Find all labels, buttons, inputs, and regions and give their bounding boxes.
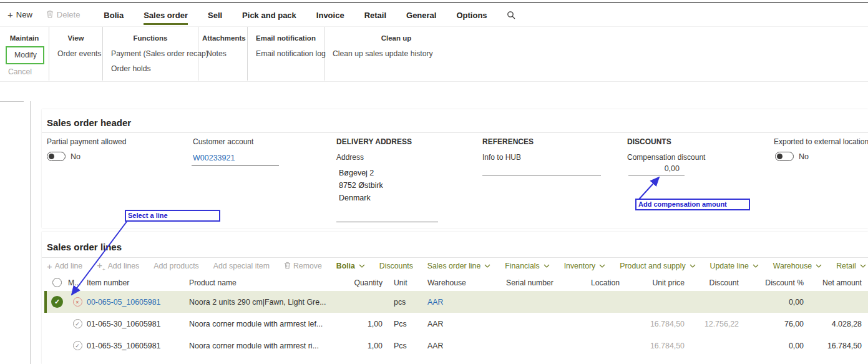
order-holds-button[interactable]: Order holds [111, 61, 198, 76]
product-name-cell: Noora 2 units 290 cm|Fawn, Light Gre... [189, 298, 346, 307]
retail-menu-button[interactable]: Retail [836, 262, 866, 270]
retail-menu-label: Retail [836, 262, 856, 270]
column-header-item-number[interactable]: Item number [87, 278, 189, 287]
tab-options[interactable]: Options [456, 4, 487, 25]
inventory-menu-label: Inventory [564, 262, 596, 270]
column-header-quantity[interactable]: Quantity [346, 278, 386, 287]
column-header-product-name[interactable]: Product name [189, 278, 346, 287]
column-header-serial-number[interactable]: Serial number [494, 278, 591, 287]
notes-button[interactable]: Notes [207, 46, 247, 61]
table-row[interactable]: ✓ 01-065-30_10605981 Noora corner module… [44, 313, 868, 335]
add-products-button[interactable]: Add products [154, 262, 198, 270]
warehouse-menu-button[interactable]: Warehouse [773, 262, 822, 270]
bolia-menu-button[interactable]: Bolia [336, 262, 365, 270]
exported-toggle[interactable]: No [775, 152, 809, 161]
customer-account-label: Customer account [193, 137, 253, 146]
unit-price-cell: 16.784,50 [624, 342, 688, 350]
toggle-pill[interactable] [47, 152, 66, 161]
table-row[interactable]: ✓ × 00-065-05_10605981 Noora 2 units 290… [44, 291, 868, 313]
item-number-cell[interactable]: 01-065-30_10605981 [87, 320, 189, 328]
tab-bolia[interactable]: Bolia [104, 4, 124, 25]
chevron-down-icon [544, 264, 550, 268]
toggle-pill[interactable] [775, 152, 794, 161]
address-line-1: Bøgevej 2 [339, 167, 383, 179]
unit-cell: Pcs [386, 320, 421, 328]
add-line-label: Add line [55, 262, 82, 270]
compensation-discount-field[interactable]: 0,00 [628, 164, 685, 175]
chevron-down-icon [860, 264, 866, 268]
row-selected-checkbox[interactable]: ✓ [51, 296, 63, 308]
tab-invoice[interactable]: Invoice [316, 4, 344, 25]
discounts-button[interactable]: Discounts [379, 262, 413, 270]
delete-button[interactable]: Delete [46, 10, 80, 20]
search-icon[interactable] [506, 10, 516, 20]
financials-menu-button[interactable]: Financials [505, 262, 549, 270]
update-line-menu-button[interactable]: Update line [710, 262, 759, 270]
product-name-cell: Noora corner module with armrest lef... [189, 320, 346, 328]
column-header-unit-price[interactable]: Unit price [624, 278, 688, 287]
inventory-menu-button[interactable]: Inventory [564, 262, 606, 270]
customer-account-link[interactable]: W00233921 [193, 154, 235, 162]
add-lines-label: Add lines [108, 262, 140, 270]
column-header-unit[interactable]: Unit [386, 278, 421, 287]
table-row[interactable]: ✓ 01-065-35_10605981 Noora corner module… [44, 335, 868, 357]
add-line-button[interactable]: + Add line [47, 262, 82, 271]
add-special-item-button[interactable]: Add special item [213, 262, 270, 270]
info-to-hub-field[interactable] [482, 165, 601, 175]
payment-sales-order-recap-button[interactable]: Payment (Sales order recap) [111, 46, 198, 61]
ribbon: Maintain Modify Cancel View Order events… [0, 26, 868, 82]
warehouse-cell: AAR [421, 342, 494, 350]
column-header-location[interactable]: Location [591, 278, 624, 287]
column-header-marked[interactable]: M... [68, 278, 87, 287]
ribbon-group-view: View Order events [49, 27, 103, 81]
remove-button[interactable]: Remove [284, 262, 322, 271]
info-to-hub-label: Info to HUB [482, 153, 521, 162]
sales-order-page: + New Delete Bolia Sales order Sell Pick… [0, 0, 868, 364]
ribbon-group-title: Maintain [0, 34, 49, 42]
column-header-discount-pct[interactable]: Discount % [743, 278, 807, 287]
cancel-button[interactable]: Cancel [8, 64, 49, 79]
tab-general[interactable]: General [406, 4, 436, 25]
tab-sell[interactable]: Sell [208, 4, 222, 25]
update-line-menu-label: Update line [710, 262, 749, 270]
app-command-bar: + New Delete Bolia Sales order Sell Pick… [0, 3, 868, 26]
address-extra-field[interactable] [336, 214, 438, 222]
product-and-supply-menu-button[interactable]: Product and supply [620, 262, 695, 270]
chevron-down-icon [753, 264, 759, 268]
chevron-down-icon [599, 264, 605, 268]
ribbon-group-title: Email notification [248, 34, 324, 42]
partial-payment-value: No [71, 152, 80, 161]
references-group-label: REFERENCES [482, 137, 534, 146]
warehouse-link[interactable]: AAR [421, 298, 494, 307]
partial-payment-label: Partial payment allowed [47, 137, 126, 146]
column-header-warehouse[interactable]: Warehouse [421, 278, 494, 287]
sales-order-line-menu-label: Sales order line [427, 262, 480, 270]
item-number-cell[interactable]: 01-065-35_10605981 [87, 342, 189, 350]
section-rule [42, 132, 868, 133]
ribbon-group-clean-up: Clean up Clean up sales update history [324, 27, 468, 81]
net-amount-cell: 16.784,50 [807, 342, 866, 350]
ribbon-group-title: View [49, 34, 102, 42]
email-notification-log-button[interactable]: Email notification log [256, 46, 324, 61]
item-number-link[interactable]: 00-065-05_10605981 [87, 298, 189, 307]
select-all-checkbox[interactable] [52, 278, 62, 287]
toggle-knob [49, 154, 54, 159]
new-button[interactable]: + New [7, 10, 32, 19]
add-lines-button[interactable]: ++ Add lines [97, 260, 139, 272]
warehouse-menu-label: Warehouse [773, 262, 812, 270]
tab-sales-order[interactable]: Sales order [144, 4, 188, 25]
sales-order-line-menu-button[interactable]: Sales order line [427, 262, 490, 270]
address-line-2: 8752 Østbirk [339, 179, 383, 192]
pane-divider [30, 101, 31, 364]
clean-up-sales-update-history-button[interactable]: Clean up sales update history [333, 46, 468, 61]
tab-retail[interactable]: Retail [364, 4, 386, 25]
partial-payment-toggle[interactable]: No [47, 152, 80, 161]
product-and-supply-menu-label: Product and supply [620, 262, 685, 270]
tab-pick-and-pack[interactable]: Pick and pack [242, 4, 296, 25]
order-events-button[interactable]: Order events [57, 46, 102, 61]
column-header-discount[interactable]: Discount [688, 278, 743, 287]
customer-account-field[interactable]: W00233921 [192, 150, 279, 166]
column-header-net-amount[interactable]: Net amount [807, 278, 866, 287]
modify-button[interactable]: Modify [8, 46, 49, 64]
lines-toolbar: + Add line ++ Add lines Add products Add… [42, 258, 868, 274]
